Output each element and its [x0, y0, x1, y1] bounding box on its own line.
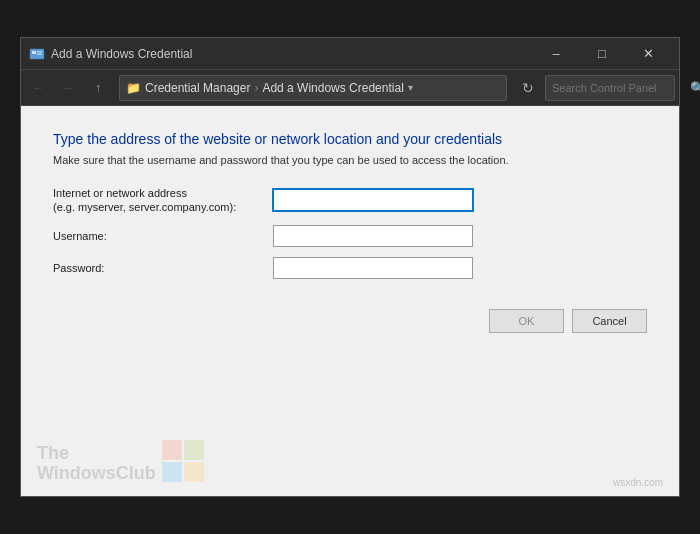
breadcrumb-separator: › — [254, 81, 258, 95]
search-bar: 🔍 — [545, 75, 675, 101]
refresh-button[interactable]: ↻ — [515, 75, 541, 101]
form-section: Internet or network address(e.g. myserve… — [53, 186, 647, 279]
main-content: Type the address of the website or netwo… — [21, 106, 679, 496]
watermark-line1: The — [37, 444, 156, 464]
search-input[interactable] — [552, 82, 690, 94]
password-input[interactable] — [273, 257, 473, 279]
breadcrumb-folder-icon: 📁 — [126, 81, 141, 95]
window: Add a Windows Credential – □ ✕ ← → ↑ 📁 C… — [20, 37, 680, 497]
watermark-area: The WindowsClub — [21, 406, 679, 496]
window-icon — [29, 46, 45, 62]
svg-rect-4 — [162, 440, 182, 460]
watermark-line2: WindowsClub — [37, 464, 156, 484]
maximize-button[interactable]: □ — [579, 38, 625, 70]
address-input[interactable] — [273, 189, 473, 211]
svg-rect-7 — [184, 462, 204, 482]
username-label: Username: — [53, 229, 273, 243]
svg-rect-3 — [37, 53, 42, 55]
button-row: OK Cancel — [53, 309, 647, 333]
breadcrumb-part-2: Add a Windows Credential — [262, 81, 403, 95]
breadcrumb-bar: 📁 Credential Manager › Add a Windows Cre… — [119, 75, 507, 101]
site-watermark: wsxdn.com — [613, 477, 663, 488]
cancel-button[interactable]: Cancel — [572, 309, 647, 333]
close-button[interactable]: ✕ — [625, 38, 671, 70]
back-button[interactable]: ← — [25, 75, 51, 101]
page-subtitle: Make sure that the username and password… — [53, 154, 647, 166]
username-row: Username: — [53, 225, 647, 247]
ok-button[interactable]: OK — [489, 309, 564, 333]
address-row: Internet or network address(e.g. myserve… — [53, 186, 647, 215]
watermark-logo — [162, 440, 204, 482]
svg-rect-5 — [184, 440, 204, 460]
minimize-button[interactable]: – — [533, 38, 579, 70]
up-button[interactable]: ↑ — [85, 75, 111, 101]
password-label: Password: — [53, 261, 273, 275]
password-row: Password: — [53, 257, 647, 279]
breadcrumb-dropdown-icon[interactable]: ▾ — [408, 82, 413, 93]
breadcrumb-part-1[interactable]: Credential Manager — [145, 81, 250, 95]
title-bar-text: Add a Windows Credential — [51, 47, 533, 61]
svg-rect-2 — [37, 51, 42, 53]
svg-rect-6 — [162, 462, 182, 482]
svg-rect-1 — [32, 51, 36, 54]
address-label: Internet or network address(e.g. myserve… — [53, 186, 273, 215]
username-input[interactable] — [273, 225, 473, 247]
title-bar-controls: – □ ✕ — [533, 38, 671, 70]
title-bar: Add a Windows Credential – □ ✕ — [21, 38, 679, 70]
nav-bar: ← → ↑ 📁 Credential Manager › Add a Windo… — [21, 70, 679, 106]
page-title: Type the address of the website or netwo… — [53, 130, 647, 148]
search-icon: 🔍 — [690, 81, 700, 95]
forward-button[interactable]: → — [55, 75, 81, 101]
